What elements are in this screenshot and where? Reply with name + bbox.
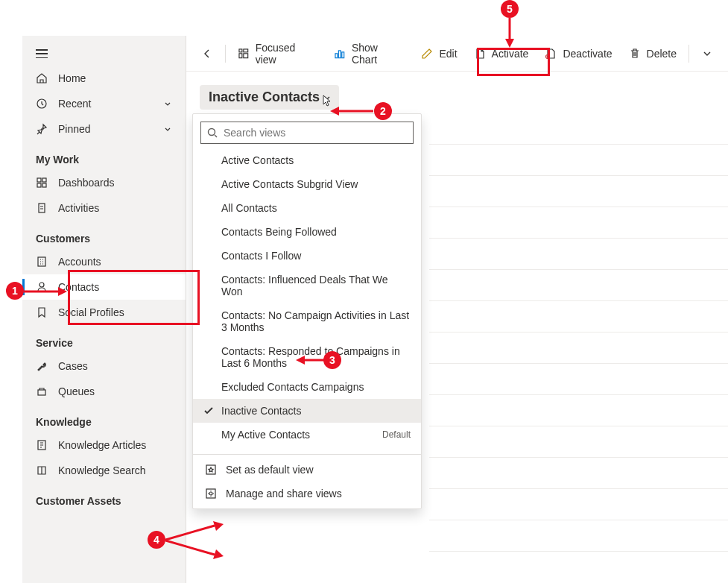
nav-knowledge-articles[interactable]: Knowledge Articles bbox=[22, 432, 186, 458]
view-option-label: Contacts: Influenced Deals That We Won bbox=[221, 274, 411, 297]
nav-label: Activities bbox=[58, 202, 172, 214]
section-assets: Customer Assets bbox=[22, 483, 186, 511]
nav-queues[interactable]: Queues bbox=[22, 379, 186, 404]
annotation-arrow-3 bbox=[294, 355, 324, 365]
delete-button[interactable]: Delete bbox=[621, 42, 684, 65]
bookmark-icon bbox=[36, 306, 48, 318]
section-knowledge: Knowledge bbox=[22, 404, 186, 432]
annotation-arrow-1 bbox=[24, 286, 67, 297]
nav-home[interactable]: Home bbox=[22, 66, 186, 91]
back-button[interactable] bbox=[194, 42, 221, 65]
manage-views[interactable]: Manage and share views bbox=[193, 482, 421, 505]
document-icon bbox=[474, 48, 486, 60]
view-option[interactable]: Contacts Being Followed bbox=[193, 220, 421, 244]
chevron-down-icon bbox=[701, 48, 713, 60]
pin-icon bbox=[36, 123, 48, 135]
svg-rect-12 bbox=[239, 53, 242, 57]
cmd-label: Delete bbox=[647, 48, 677, 60]
view-option[interactable]: Inactive Contacts bbox=[193, 399, 421, 423]
svg-rect-13 bbox=[244, 53, 248, 57]
activate-button[interactable]: Activate bbox=[466, 42, 536, 65]
view-option-label: Excluded Contacts Campaigns bbox=[221, 381, 364, 393]
svg-marker-23 bbox=[58, 287, 67, 296]
view-option[interactable]: Contacts I Follow bbox=[193, 244, 421, 268]
svg-rect-16 bbox=[342, 52, 344, 58]
view-list: Active ContactsActive Contacts Subgrid V… bbox=[193, 148, 421, 454]
set-default-view[interactable]: Set as default view bbox=[193, 458, 421, 482]
view-option[interactable]: Active Contacts bbox=[193, 148, 421, 172]
view-option-label: Contacts: No Campaign Activities in Last… bbox=[221, 309, 411, 333]
svg-rect-1 bbox=[37, 178, 41, 182]
cmd-label: Deactivate bbox=[563, 48, 612, 60]
nav-label: Recent bbox=[58, 98, 153, 110]
search-views-input[interactable] bbox=[200, 122, 414, 144]
trash-icon bbox=[629, 48, 641, 60]
nav-label: Queues bbox=[58, 385, 172, 397]
cmd-label: Activate bbox=[492, 48, 529, 60]
view-option[interactable]: My Active Contacts by Relationship bbox=[193, 447, 421, 454]
view-option[interactable]: Contacts: No Campaign Activities in Last… bbox=[193, 303, 421, 339]
content-area: Inactive Contacts Active ContactsActive … bbox=[186, 72, 728, 583]
nav-knowledge-search[interactable]: Knowledge Search bbox=[22, 458, 186, 483]
annotation-badge-5: 5 bbox=[501, 0, 519, 18]
view-option[interactable]: Excluded Contacts Campaigns bbox=[193, 375, 421, 399]
deactivate-button[interactable]: Deactivate bbox=[537, 42, 619, 65]
show-chart-button[interactable]: Show Chart bbox=[326, 37, 412, 71]
cmd-label: Show Chart bbox=[352, 42, 405, 66]
cmd-label: Focused view bbox=[256, 42, 318, 66]
dashboard-icon bbox=[36, 177, 48, 189]
view-option[interactable]: My Active ContactsDefault bbox=[193, 423, 421, 447]
star-box-icon bbox=[205, 464, 217, 476]
nav-pinned[interactable]: Pinned bbox=[22, 116, 186, 142]
view-option-label: Contacts Being Followed bbox=[221, 226, 337, 238]
view-option[interactable]: Active Contacts Subgrid View bbox=[193, 172, 421, 196]
nav-recent[interactable]: Recent bbox=[22, 91, 186, 116]
focused-view-button[interactable]: Focused view bbox=[230, 37, 325, 71]
nav-label: Social Profiles bbox=[58, 306, 172, 318]
nav-label: Contacts bbox=[58, 281, 172, 293]
view-selector[interactable]: Inactive Contacts bbox=[200, 85, 339, 110]
more-button[interactable] bbox=[694, 42, 721, 65]
clipboard-icon bbox=[36, 202, 48, 214]
building-icon bbox=[36, 256, 48, 268]
grid-icon bbox=[238, 48, 250, 60]
section-service: Service bbox=[22, 325, 186, 353]
article-icon bbox=[36, 439, 48, 451]
annotation-badge-2: 2 bbox=[374, 102, 392, 120]
annotation-badge-1: 1 bbox=[6, 282, 24, 300]
edit-button[interactable]: Edit bbox=[414, 42, 464, 65]
nav-cases[interactable]: Cases bbox=[22, 353, 186, 379]
nav-social-profiles[interactable]: Social Profiles bbox=[22, 300, 186, 325]
cmd-label: Edit bbox=[439, 48, 457, 60]
section-customers: Customers bbox=[22, 221, 186, 249]
nav-label: Home bbox=[58, 72, 172, 84]
view-option[interactable]: All Contacts bbox=[193, 196, 421, 220]
nav-accounts[interactable]: Accounts bbox=[22, 249, 186, 274]
hamburger-menu[interactable] bbox=[22, 42, 186, 66]
nav-label: Pinned bbox=[58, 123, 153, 135]
svg-marker-31 bbox=[213, 549, 224, 559]
svg-rect-8 bbox=[38, 390, 45, 395]
search-icon bbox=[206, 127, 218, 139]
gear-box-icon bbox=[205, 488, 217, 500]
svg-rect-3 bbox=[37, 183, 41, 187]
check-icon bbox=[203, 406, 214, 416]
svg-rect-15 bbox=[339, 51, 341, 58]
nav-activities[interactable]: Activities bbox=[22, 195, 186, 221]
nav-label: Dashboards bbox=[58, 177, 172, 189]
chevron-down-icon bbox=[163, 125, 172, 133]
annotation-arrow-5 bbox=[504, 18, 515, 48]
svg-marker-33 bbox=[505, 39, 514, 48]
svg-rect-6 bbox=[38, 257, 45, 266]
hamburger-icon bbox=[36, 49, 48, 58]
view-option[interactable]: Contacts: Influenced Deals That We Won bbox=[193, 268, 421, 303]
book-icon bbox=[36, 464, 48, 476]
footer-label: Manage and share views bbox=[226, 488, 342, 500]
svg-rect-14 bbox=[335, 53, 338, 57]
svg-line-30 bbox=[165, 541, 215, 555]
annotation-badge-3: 3 bbox=[323, 351, 341, 369]
section-mywork: My Work bbox=[22, 142, 186, 170]
queue-icon bbox=[36, 385, 48, 397]
default-badge: Default bbox=[382, 429, 411, 440]
nav-dashboards[interactable]: Dashboards bbox=[22, 170, 186, 195]
